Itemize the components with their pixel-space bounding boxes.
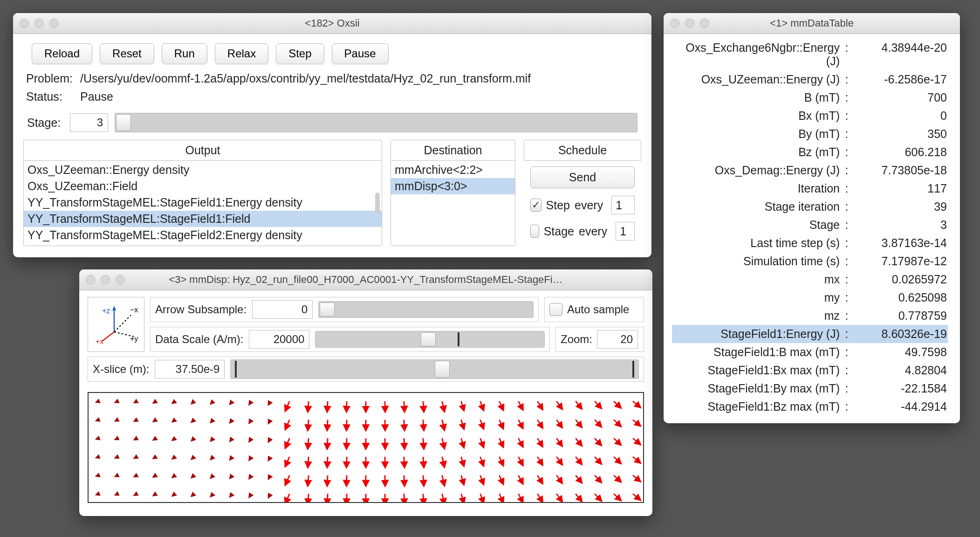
svg-line-106 <box>285 457 289 467</box>
svg-line-111 <box>385 457 385 468</box>
data-row[interactable]: my:0.625098 <box>672 289 948 307</box>
svg-line-72 <box>191 438 194 441</box>
close-icon[interactable] <box>86 275 95 284</box>
stage-slider-thumb[interactable] <box>116 114 131 131</box>
minimize-icon[interactable] <box>34 19 44 28</box>
svg-line-100 <box>172 457 175 459</box>
output-list-item[interactable]: Oxs_UZeeman::Energy density <box>24 162 382 178</box>
close-icon[interactable] <box>20 19 29 28</box>
data-row[interactable]: Simulation time (s):7.17987e-12 <box>672 252 948 270</box>
window-traffic-lights[interactable] <box>86 275 125 284</box>
output-list-item[interactable]: YY_TransformStageMEL:StageField1:Field <box>24 211 382 227</box>
svg-line-93 <box>595 438 602 446</box>
schedule-step-every-input[interactable]: 1 <box>611 196 635 214</box>
data-row-value: 3 <box>854 218 947 232</box>
svg-line-97 <box>115 457 118 458</box>
data-row[interactable]: Stage:3 <box>672 216 948 234</box>
svg-line-59 <box>500 420 504 429</box>
slider-thumb[interactable] <box>421 332 436 346</box>
arrow-subsample-input[interactable]: 0 <box>252 300 313 319</box>
xslice-row: X-slice (m): 37.50e-9 <box>88 357 644 382</box>
window-traffic-lights[interactable] <box>20 19 59 28</box>
reset-button[interactable]: Reset <box>100 43 154 64</box>
schedule-step-checkbox[interactable] <box>530 199 541 212</box>
data-row-label: Stage iteration <box>673 200 840 213</box>
svg-line-121 <box>576 457 582 465</box>
relax-button[interactable]: Relax <box>215 43 268 64</box>
data-row[interactable]: Stage iteration:39 <box>672 198 948 216</box>
slider-thumb[interactable] <box>435 361 450 378</box>
oxsii-titlebar[interactable]: <182> Oxsii <box>13 13 651 34</box>
output-scrollbar[interactable] <box>375 161 381 246</box>
data-row[interactable]: StageField1:By max (mT):-22.1584 <box>672 379 948 398</box>
mmdatatable-titlebar[interactable]: <1> mmDataTable <box>664 13 960 34</box>
zoom-icon[interactable] <box>49 19 59 28</box>
stage-slider[interactable] <box>115 113 637 132</box>
stage-label: Stage: <box>27 116 63 130</box>
data-row[interactable]: Bz (mT):606.218 <box>672 143 948 161</box>
axis-orientation-icon[interactable]: +z −x +y +x <box>88 297 144 352</box>
output-list-item[interactable]: YY_TransformStageMEL:StageField2:Energy … <box>24 227 382 243</box>
data-row[interactable]: StageField1:Energy (J):8.60326e-19 <box>672 325 948 343</box>
data-row[interactable]: Last time step (s):3.87163e-14 <box>672 234 948 252</box>
schedule-stage-checkbox[interactable] <box>530 225 539 238</box>
vector-field-display[interactable] <box>88 392 644 503</box>
destination-listbox[interactable]: mmArchive<2:2>mmDisp<3:0> <box>391 161 515 246</box>
schedule-stage-row: Stage every 1 <box>530 222 635 241</box>
zoom-icon[interactable] <box>116 275 125 284</box>
output-column: Output Oxs_UZeeman::Energy densityOxs_UZ… <box>23 140 382 246</box>
svg-line-140 <box>385 475 385 487</box>
close-icon[interactable] <box>670 19 679 28</box>
zoom-input[interactable]: 20 <box>597 330 638 349</box>
data-row[interactable]: B (mT):700 <box>672 89 948 107</box>
svg-line-89 <box>518 438 523 447</box>
data-scale-input[interactable]: 20000 <box>249 330 309 349</box>
svg-line-129 <box>172 475 175 478</box>
data-row[interactable]: Oxs_UZeeman::Energy (J):-6.2586e-17 <box>672 70 948 89</box>
data-row[interactable]: StageField1:Bz max (mT):-44.2914 <box>672 398 948 416</box>
xslice-slider[interactable] <box>230 359 639 379</box>
reload-button[interactable]: Reload <box>32 43 92 64</box>
run-button[interactable]: Run <box>162 43 207 64</box>
svg-line-147 <box>518 475 523 484</box>
data-row[interactable]: StageField1:B max (mT):49.7598 <box>672 343 948 361</box>
mmdisp-titlebar[interactable]: <3> mmDisp: Hyz_02_run_file00_H7000_AC00… <box>79 269 652 290</box>
svg-line-30 <box>500 401 504 411</box>
svg-line-164 <box>285 494 289 503</box>
data-scale-slider[interactable] <box>315 331 545 348</box>
send-button[interactable]: Send <box>530 166 635 188</box>
data-row[interactable]: Oxs_Exchange6Ngbr::Energy (J):4.38944e-2… <box>672 39 948 70</box>
data-row[interactable]: By (mT):350 <box>672 125 948 143</box>
svg-line-34 <box>576 401 582 409</box>
colon-separator: : <box>843 200 850 213</box>
window-traffic-lights[interactable] <box>670 19 709 28</box>
data-row[interactable]: Oxs_Demag::Energy (J):7.73805e-18 <box>672 161 948 179</box>
data-row[interactable]: StageField1:Bx max (mT):4.82804 <box>672 361 948 379</box>
step-button[interactable]: Step <box>276 43 324 64</box>
mmdatatable-title: <1> mmDataTable <box>770 17 854 29</box>
svg-line-172 <box>442 494 445 503</box>
schedule-stage-every-input[interactable]: 1 <box>616 222 635 241</box>
data-row[interactable]: mz:0.778759 <box>672 307 948 325</box>
svg-line-135 <box>285 475 289 486</box>
pause-button[interactable]: Pause <box>332 43 389 64</box>
output-list-item[interactable]: Oxs_UZeeman::Field <box>24 178 382 194</box>
destination-list-item[interactable]: mmArchive<2:2> <box>391 162 515 178</box>
data-row[interactable]: Iteration:117 <box>672 179 948 198</box>
svg-line-118 <box>518 457 523 466</box>
minimize-icon[interactable] <box>685 19 694 28</box>
output-list-item[interactable]: YY_TransformStageMEL:StageField1:Energy … <box>24 194 382 211</box>
auto-sample-checkbox[interactable] <box>549 303 562 316</box>
minimize-icon[interactable] <box>101 275 110 284</box>
arrow-subsample-slider[interactable] <box>318 301 534 318</box>
slider-thumb[interactable] <box>320 303 335 317</box>
output-listbox[interactable]: Oxs_UZeeman::Energy densityOxs_UZeeman::… <box>24 161 382 246</box>
stage-value[interactable]: 3 <box>70 113 108 132</box>
data-row[interactable]: Bx (mT):0 <box>672 107 948 125</box>
data-row[interactable]: mx:0.0265972 <box>672 270 948 289</box>
svg-line-84 <box>423 438 424 449</box>
zoom-icon[interactable] <box>700 19 709 28</box>
svg-line-101 <box>191 457 194 460</box>
xslice-input[interactable]: 37.50e-9 <box>155 360 225 379</box>
destination-list-item[interactable]: mmDisp<3:0> <box>391 178 515 194</box>
